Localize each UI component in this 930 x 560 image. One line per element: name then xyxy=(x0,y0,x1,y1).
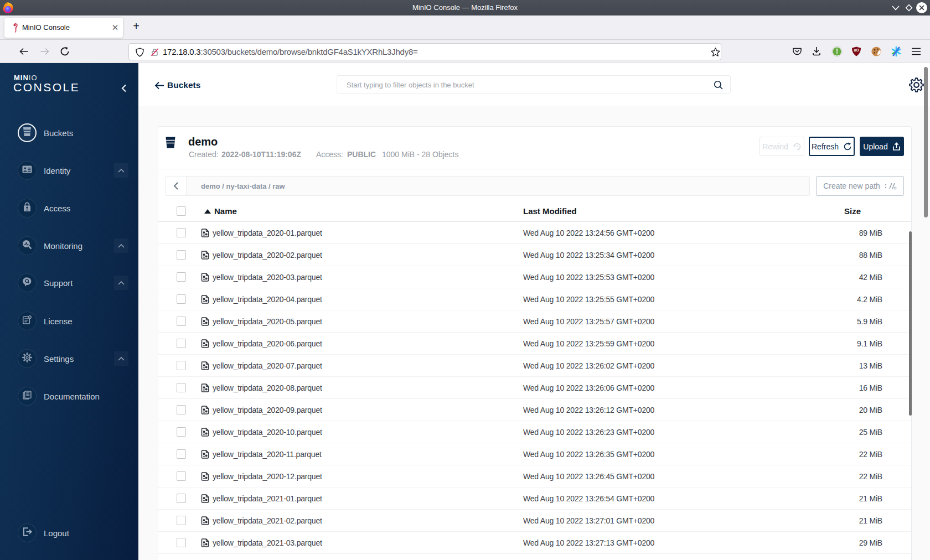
svg-text:uO: uO xyxy=(854,48,859,52)
